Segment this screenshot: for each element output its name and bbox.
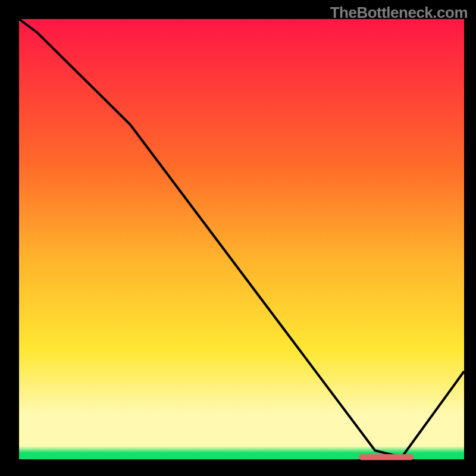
plot-area (19, 19, 464, 459)
chart-container: TheBottleneck.com (0, 0, 476, 476)
chart-svg (0, 0, 476, 476)
watermark-text: TheBottleneck.com (330, 4, 468, 22)
